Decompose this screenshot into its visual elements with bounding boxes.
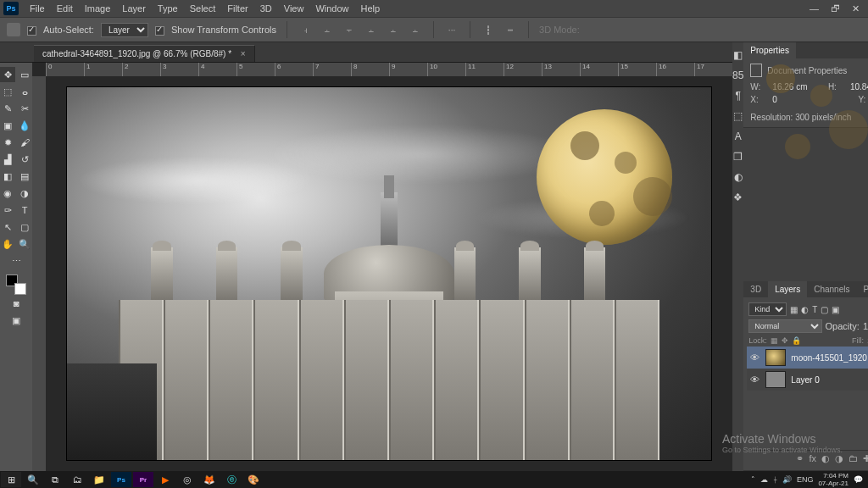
auto-select-checkbox[interactable] <box>27 26 36 36</box>
tray-sound-icon[interactable]: 🔊 <box>782 475 792 484</box>
menu-layer[interactable]: Layer <box>116 2 152 15</box>
quick-mask-icon[interactable]: ◙ <box>8 296 24 311</box>
taskbar-vlc-icon[interactable]: ▶ <box>155 472 175 487</box>
taskbar-chrome-icon[interactable]: ◎ <box>177 472 198 487</box>
tray-cloud-icon[interactable]: ☁ <box>760 475 768 484</box>
align-top-icon[interactable]: ⫠ <box>364 24 379 36</box>
layer-thumbnail[interactable] <box>765 371 786 388</box>
layer-row[interactable]: 👁 moon-415501_1920 <box>747 347 868 369</box>
blend-mode-dropdown[interactable]: Normal <box>748 319 821 333</box>
layer-name[interactable]: Layer 0 <box>791 375 819 385</box>
character-panel-icon[interactable]: A <box>735 130 742 142</box>
tab-3d[interactable]: 3D <box>743 281 768 297</box>
move-tool-icon[interactable] <box>7 23 20 36</box>
document-canvas[interactable] <box>67 87 711 460</box>
layer-fx-icon[interactable]: fx <box>809 453 816 464</box>
stamp-tool[interactable]: ▟ <box>0 152 15 167</box>
explorer-folder-icon[interactable]: 📁 <box>89 472 109 487</box>
zoom-tool[interactable]: 🔍 <box>17 236 32 252</box>
layer-name[interactable]: moon-415501_1920 <box>791 353 867 363</box>
path-select-tool[interactable]: ↖ <box>0 219 15 235</box>
layer-thumbnail[interactable] <box>765 349 786 366</box>
taskbar-firefox-icon[interactable]: 🦊 <box>199 472 220 487</box>
horizontal-ruler[interactable]: 01234567891011121314151617 <box>46 63 732 76</box>
tab-layers[interactable]: Layers <box>768 281 807 297</box>
layer-filter-kind[interactable]: Kind <box>748 302 787 316</box>
document-tab[interactable]: cathedral-3464891_1920.jpg @ 66.7% (RGB/… <box>34 45 255 62</box>
menu-filter[interactable]: Filter <box>221 2 253 15</box>
tab-channels[interactable]: Channels <box>807 281 856 297</box>
vertical-ruler[interactable] <box>32 76 46 471</box>
color-panel-icon[interactable]: ◧ <box>733 49 743 61</box>
type-tool[interactable]: T <box>17 202 32 218</box>
menu-window[interactable]: Window <box>309 2 354 15</box>
menu-type[interactable]: Type <box>152 2 184 15</box>
menu-image[interactable]: Image <box>79 2 117 15</box>
distribute-v-icon[interactable]: ┅ <box>503 24 518 36</box>
filter-adjust-icon[interactable]: ◐ <box>801 305 809 314</box>
eyedropper-tool[interactable]: 💧 <box>17 118 32 133</box>
healing-tool[interactable]: ✹ <box>0 135 15 150</box>
window-restore-icon[interactable]: 🗗 <box>831 3 840 14</box>
layer-row[interactable]: 👁 Layer 0 🔒 <box>747 369 868 391</box>
distribute-h-icon[interactable]: ┇ <box>481 24 496 36</box>
swatches-panel-icon[interactable]: 85 <box>732 69 743 81</box>
menu-file[interactable]: File <box>24 2 51 15</box>
layer-mask-icon[interactable]: ◐ <box>821 453 830 464</box>
taskbar-clock[interactable]: 7:04 PM07-Apr-21 <box>818 472 849 487</box>
marquee-tool[interactable]: ⬚ <box>0 84 15 99</box>
gradient-tool[interactable]: ▤ <box>17 169 32 184</box>
taskbar-edge-icon[interactable]: ⓔ <box>221 472 242 487</box>
visibility-icon[interactable]: 👁 <box>750 374 760 385</box>
align-right-icon[interactable]: ⫟ <box>342 24 357 36</box>
frame-tool[interactable]: ▣ <box>0 118 15 133</box>
search-icon[interactable]: 🔍 <box>23 472 43 487</box>
canvas-cathedral-layer[interactable] <box>119 169 659 460</box>
history-brush-tool[interactable]: ↺ <box>17 152 32 167</box>
lock-all-icon[interactable]: 🔒 <box>792 336 801 345</box>
filter-pixel-icon[interactable]: ▦ <box>790 305 798 314</box>
menu-edit[interactable]: Edit <box>51 2 79 15</box>
shape-tool[interactable]: ▢ <box>17 219 32 235</box>
libraries-panel-icon[interactable]: ⬚ <box>733 110 743 122</box>
link-layers-icon[interactable]: ⚭ <box>796 453 804 464</box>
taskbar-premiere-icon[interactable]: Pr <box>133 472 153 487</box>
menu-3d[interactable]: 3D <box>254 2 278 15</box>
properties-tab[interactable]: Properties <box>743 42 796 58</box>
tray-notifications-icon[interactable]: 💬 <box>854 475 863 484</box>
tab-paths[interactable]: Paths <box>856 281 868 297</box>
taskbar-photoshop-icon[interactable]: Ps <box>111 472 131 487</box>
tray-lang-icon[interactable]: ENG <box>797 475 814 484</box>
auto-select-dropdown[interactable]: Layer <box>101 23 148 37</box>
show-transform-checkbox[interactable] <box>155 26 164 36</box>
lasso-tool[interactable]: ⴰ <box>17 84 32 99</box>
start-button[interactable]: ⊞ <box>1 472 21 487</box>
align-vcenter-icon[interactable]: ⫠ <box>386 24 401 36</box>
filter-type-icon[interactable]: T <box>812 305 817 314</box>
filter-shape-icon[interactable]: ▢ <box>821 305 828 314</box>
align-hcenter-icon[interactable]: ⫠ <box>320 24 335 36</box>
adjustments-panel-icon[interactable]: ❐ <box>733 151 743 163</box>
eraser-tool[interactable]: ◧ <box>0 169 15 184</box>
dodge-tool[interactable]: ◑ <box>17 186 32 201</box>
more-align-icon[interactable]: ··· <box>444 24 459 36</box>
pen-tool[interactable]: ✑ <box>0 202 15 218</box>
menu-view[interactable]: View <box>278 2 310 15</box>
lock-position-icon[interactable]: ✥ <box>782 336 788 345</box>
artboard-tool[interactable]: ▭ <box>17 67 32 82</box>
styles-panel-icon[interactable]: ◐ <box>734 171 743 183</box>
color-swatches[interactable] <box>6 274 26 295</box>
align-left-icon[interactable]: ⫞ <box>298 24 313 36</box>
align-bottom-icon[interactable]: ⫠ <box>408 24 423 36</box>
blur-tool[interactable]: ◉ <box>0 186 15 201</box>
window-close-icon[interactable]: ✕ <box>852 3 860 14</box>
lock-pixels-icon[interactable]: ▦ <box>771 336 778 345</box>
opacity-value[interactable]: 100% <box>863 321 868 331</box>
quick-select-tool[interactable]: ✎ <box>0 101 15 116</box>
taskbar-paint-icon[interactable]: 🎨 <box>243 472 264 487</box>
screen-mode-icon[interactable]: ▣ <box>8 313 24 328</box>
paragraph-panel-icon[interactable]: ¶ <box>735 90 740 102</box>
menu-help[interactable]: Help <box>355 2 387 15</box>
file-explorer-icon[interactable]: 🗂 <box>67 472 87 487</box>
filter-smart-icon[interactable]: ▣ <box>832 305 839 314</box>
